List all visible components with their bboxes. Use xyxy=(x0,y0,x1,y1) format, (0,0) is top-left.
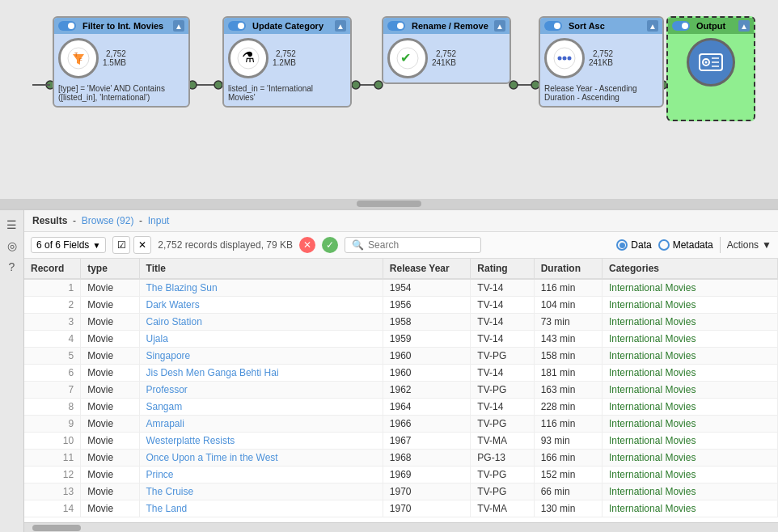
cell-7-6: International Movies xyxy=(603,399,778,416)
cell-1-4: TV-14 xyxy=(471,297,534,314)
rename-toggle[interactable] xyxy=(387,21,405,31)
pipeline-scrollbar-thumb xyxy=(357,201,421,207)
col-categories: Categories xyxy=(603,259,778,279)
pipeline-scrollbar[interactable] xyxy=(0,199,778,209)
node-sort[interactable]: Sort Asc ▲ 2,752 241KB Release Year - As… xyxy=(539,16,664,108)
cell-8-3: 1966 xyxy=(383,416,470,433)
sort-body: 2,752 241KB xyxy=(540,34,662,82)
table-row: 13MovieThe Cruise1970TV-PG66 minInternat… xyxy=(24,483,778,500)
cell-6-3: 1962 xyxy=(383,382,470,399)
node-update[interactable]: Update Category ▲ ⚗ 2,752 1.2MB listed_i… xyxy=(222,16,352,108)
sort-toggle[interactable] xyxy=(544,21,562,31)
cell-10-3: 1968 xyxy=(383,450,470,467)
cell-12-4: TV-PG xyxy=(471,483,534,500)
input-link[interactable]: Input xyxy=(148,215,170,226)
update-toggle[interactable] xyxy=(228,21,246,31)
cell-7-2: Sangam xyxy=(139,399,383,416)
cell-8-6: International Movies xyxy=(603,416,778,433)
cell-10-1: Movie xyxy=(81,450,139,467)
cell-7-1: Movie xyxy=(81,399,139,416)
search-input[interactable] xyxy=(368,239,474,251)
node-filter[interactable]: Filter to Int. Movies ▲ T F 2,752 1.5MB … xyxy=(53,16,190,108)
table-container[interactable]: Record type Title Release Year Rating Du… xyxy=(24,259,778,522)
cell-6-5: 163 min xyxy=(534,382,602,399)
node-filter-header: Filter to Int. Movies ▲ xyxy=(54,18,188,34)
filter-toggle[interactable] xyxy=(58,21,76,31)
confirm-btn[interactable]: ✓ xyxy=(322,237,338,253)
cell-13-3: 1970 xyxy=(383,500,470,517)
filter-collapse-btn[interactable]: ▲ xyxy=(173,20,184,32)
cell-1-1: Movie xyxy=(81,297,139,314)
sidebar-question-icon[interactable]: ? xyxy=(4,259,20,275)
cell-10-2: Once Upon a Time in the West xyxy=(139,450,383,467)
table-row: 8MovieSangam1964TV-14228 minInternationa… xyxy=(24,399,778,416)
cell-3-0: 4 xyxy=(24,331,81,348)
cell-11-2: Prince xyxy=(139,467,383,483)
col-duration: Duration xyxy=(534,259,602,279)
rename-collapse-btn[interactable]: ▲ xyxy=(494,20,505,32)
cell-13-2: The Land xyxy=(139,500,383,517)
output-toggle[interactable] xyxy=(672,21,690,31)
cell-8-4: TV-PG xyxy=(471,416,534,433)
cell-1-0: 2 xyxy=(24,297,81,314)
cell-0-2: The Blazing Sun xyxy=(139,279,383,297)
cell-13-6: International Movies xyxy=(603,500,778,517)
cell-2-0: 3 xyxy=(24,314,81,331)
bottom-scrollbar[interactable] xyxy=(24,522,778,532)
cell-4-1: Movie xyxy=(81,348,139,365)
toolbar: 6 of 6 Fields ▼ ☑ ✕ 2,752 records displa… xyxy=(24,232,778,259)
node-output[interactable]: Output ▲ xyxy=(666,16,755,121)
sort-collapse-btn[interactable]: ▲ xyxy=(647,20,658,32)
col-rating: Rating xyxy=(471,259,534,279)
cell-3-4: TV-14 xyxy=(471,331,534,348)
checkboxes-icon[interactable]: ☑ xyxy=(112,236,130,254)
data-radio-circle xyxy=(616,239,628,251)
cell-8-5: 116 min xyxy=(534,416,602,433)
cell-6-2: Professor xyxy=(139,382,383,399)
cell-12-5: 66 min xyxy=(534,483,602,500)
svg-text:F: F xyxy=(79,57,82,62)
cell-11-3: 1969 xyxy=(383,467,470,483)
cell-9-1: Movie xyxy=(81,433,139,450)
left-sidebar: ☰ ◎ ? xyxy=(0,210,24,532)
sort-node-icon xyxy=(544,38,585,78)
record-count: 2,752 records displayed, 79 KB xyxy=(158,239,293,251)
rename-node-icon: ✔ xyxy=(387,38,428,78)
col-release-year: Release Year xyxy=(383,259,470,279)
cell-1-6: International Movies xyxy=(603,297,778,314)
node-sort-header: Sort Asc ▲ xyxy=(540,18,662,34)
cell-10-0: 11 xyxy=(24,450,81,467)
node-rename[interactable]: Rename / Remove ▲ ✔ 2,752 241KB xyxy=(382,16,511,84)
cell-13-0: 14 xyxy=(24,500,81,517)
cell-9-4: TV-MA xyxy=(471,433,534,450)
browse-link[interactable]: Browse (92) xyxy=(82,215,134,226)
table-row: 2MovieDark Waters1956TV-14104 minInterna… xyxy=(24,297,778,314)
filter-body: T F 2,752 1.5MB xyxy=(54,34,188,82)
output-collapse-btn[interactable]: ▲ xyxy=(738,20,750,32)
cell-9-2: Westerplatte Resists xyxy=(139,433,383,450)
fields-selector[interactable]: 6 of 6 Fields ▼ xyxy=(31,237,106,253)
update-collapse-btn[interactable]: ▲ xyxy=(335,20,346,32)
sidebar-list-icon[interactable]: ☰ xyxy=(4,217,20,233)
data-radio[interactable]: Data xyxy=(616,239,651,251)
toolbar-divider xyxy=(720,237,721,253)
table-header: Record type Title Release Year Rating Du… xyxy=(24,259,778,279)
data-radio-label: Data xyxy=(631,239,651,251)
fields-label: 6 of 6 Fields xyxy=(36,239,89,251)
update-label: Update Category xyxy=(252,21,323,31)
cell-7-0: 8 xyxy=(24,399,81,416)
cell-1-3: 1956 xyxy=(383,297,470,314)
rename-body: ✔ 2,752 241KB xyxy=(383,34,510,82)
sidebar-circle-icon[interactable]: ◎ xyxy=(4,238,20,254)
cancel-btn[interactable]: ✕ xyxy=(299,237,315,253)
clear-icon[interactable]: ✕ xyxy=(133,236,151,254)
metadata-radio[interactable]: Metadata xyxy=(658,239,713,251)
filter-node-icon: T F xyxy=(58,38,99,78)
cell-4-5: 158 min xyxy=(534,348,602,365)
search-icon: 🔍 xyxy=(352,239,364,251)
cell-13-1: Movie xyxy=(81,500,139,517)
results-header: Results - Browse (92) - Input xyxy=(24,210,778,232)
cell-3-2: Ujala xyxy=(139,331,383,348)
cell-9-0: 10 xyxy=(24,433,81,450)
actions-btn[interactable]: Actions ▼ xyxy=(727,239,772,251)
